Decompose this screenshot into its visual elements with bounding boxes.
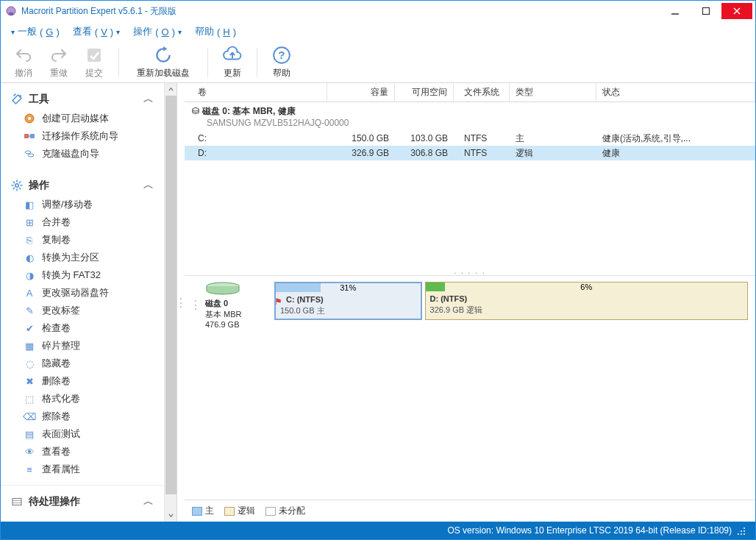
sidebar-op-item[interactable]: ⌫擦除卷: [1, 408, 164, 425]
svg-point-26: [743, 533, 745, 535]
hdd-icon: [205, 282, 240, 295]
op-icon: ≡: [23, 463, 36, 476]
maximize-button[interactable]: [691, 3, 721, 19]
op-icon: 👁: [23, 445, 36, 458]
menu-operations[interactable]: 操作(O)▾: [133, 25, 182, 38]
col-volume[interactable]: 卷: [185, 83, 327, 102]
svg-point-24: [738, 533, 739, 535]
diskmap-partition[interactable]: 31% ⚑ C: (NTFS) 150.0 GB 主: [274, 282, 422, 320]
legend: 主 逻辑 未分配: [185, 500, 755, 522]
status-grip-icon: [736, 525, 748, 536]
sidebar-op-item[interactable]: ▦碎片整理: [1, 337, 164, 355]
toolbar-separator: [118, 48, 119, 77]
reload-button[interactable]: 重新加载磁盘: [128, 45, 199, 79]
svg-point-16: [15, 184, 19, 188]
undo-button[interactable]: 撤消: [8, 45, 39, 79]
op-icon: ◌: [23, 357, 36, 370]
sidebar-item-clone-disk[interactable]: 克隆磁盘向导: [1, 145, 164, 163]
reload-icon: [153, 45, 174, 65]
op-icon: ◑: [23, 269, 36, 282]
sidebar-item-migrate-os[interactable]: 迁移操作系统向导: [1, 127, 164, 145]
commit-button[interactable]: 提交: [79, 45, 110, 79]
minimize-button[interactable]: [660, 3, 691, 19]
migrate-icon: [23, 129, 36, 143]
sidebar-op-item[interactable]: ✔检查卷: [1, 319, 164, 337]
svg-point-11: [28, 117, 31, 120]
col-free[interactable]: 可用空间: [395, 83, 454, 102]
op-icon: ✔: [23, 321, 36, 335]
toolbar: 撤消 重做 提交 重新加载磁盘 更新 ? 帮助: [1, 42, 755, 83]
op-icon: ▦: [23, 339, 36, 352]
toolbar-separator: [257, 48, 257, 77]
toolbar-separator: [207, 48, 208, 77]
op-icon: ▤: [23, 427, 36, 441]
sidebar-op-item[interactable]: A更改驱动器盘符: [1, 284, 164, 302]
diskmap-partition[interactable]: 6% D: (NTFS) 326.9 GB 逻辑: [425, 282, 748, 320]
redo-button[interactable]: 重做: [43, 45, 74, 79]
sidebar-op-item[interactable]: ⎘复制卷: [1, 231, 164, 249]
sidebar-op-item[interactable]: ◑转换为 FAT32: [1, 266, 164, 284]
statusbar: OS version: Windows 10 Enterprise LTSC 2…: [1, 522, 755, 539]
scroll-thumb[interactable]: [165, 96, 176, 494]
op-icon: A: [23, 286, 36, 299]
svg-point-15: [28, 154, 34, 157]
sidebar-group-tools[interactable]: 工具 ︿: [1, 89, 164, 110]
col-capacity[interactable]: 容量: [327, 83, 395, 102]
svg-point-14: [25, 151, 31, 154]
chevron-up-icon: ︿: [142, 179, 155, 192]
op-icon: ◧: [23, 198, 36, 211]
svg-rect-13: [30, 134, 35, 138]
menu-general[interactable]: ▾一般(G): [11, 25, 60, 38]
sidebar-op-item[interactable]: ✖删除卷: [1, 372, 164, 390]
disk-header-row[interactable]: ⛁磁盘 0: 基本 MBR, 健康 SAMSUNG MZVLB512HAJQ-0…: [185, 102, 755, 131]
sidebar-op-item[interactable]: ◌隐藏卷: [1, 355, 164, 372]
splitter-vertical[interactable]: ⋮: [177, 83, 185, 522]
scroll-up-button[interactable]: [165, 83, 177, 96]
close-button[interactable]: [721, 3, 752, 19]
window-title: Macrorit Partition Expert v5.6.1 - 无限版: [21, 5, 660, 18]
status-text: OS version: Windows 10 Enterprise LTSC 2…: [447, 525, 732, 536]
sidebar-item-bootable-media[interactable]: 创建可启动媒体: [1, 110, 164, 127]
sidebar-op-item[interactable]: ≡查看属性: [1, 461, 164, 478]
sidebar-op-item[interactable]: ◧调整/移动卷: [1, 196, 164, 213]
menu-help[interactable]: 帮助(H): [195, 25, 236, 38]
sidebar-op-item[interactable]: 👁查看卷: [1, 443, 164, 461]
splitter-horizontal[interactable]: . . . . .: [185, 268, 755, 275]
help-button[interactable]: ? 帮助: [266, 45, 297, 79]
col-status[interactable]: 状态: [596, 83, 755, 102]
app-icon: [5, 5, 17, 17]
disk-map: ⋮ 磁盘 0 基本 MBR 476.9 GB 31% ⚑ C: (NTFS) 1…: [185, 275, 755, 335]
redo-icon: [49, 45, 69, 65]
op-icon: ⬚: [23, 392, 36, 405]
svg-rect-6: [88, 49, 101, 62]
sidebar-group-pending[interactable]: 待处理操作 ︿: [1, 491, 164, 512]
col-fs[interactable]: 文件系统: [454, 83, 510, 102]
gear-icon: [10, 178, 24, 193]
op-icon: ⊞: [23, 216, 36, 229]
chevron-up-icon: ︿: [142, 495, 155, 508]
update-button[interactable]: 更新: [217, 45, 248, 79]
svg-point-23: [743, 530, 745, 532]
sidebar-op-item[interactable]: ✎更改标签: [1, 302, 164, 319]
col-type[interactable]: 类型: [510, 83, 596, 102]
partition-row[interactable]: D: 326.9 GB 306.8 GB NTFS 逻辑 健康: [185, 146, 755, 160]
sidebar-op-item[interactable]: ▤表面测试: [1, 425, 164, 443]
menubar: ▾一般(G) 查看(V)▾ 操作(O)▾ 帮助(H): [1, 21, 755, 42]
svg-rect-17: [13, 499, 21, 505]
svg-rect-1: [9, 13, 13, 15]
op-icon: ◐: [23, 251, 36, 264]
partition-row[interactable]: C: 150.0 GB 103.0 GB NTFS 主 健康(活动,系统,引导,…: [185, 131, 755, 146]
svg-point-25: [741, 533, 742, 535]
sidebar-op-item[interactable]: ⬚格式化卷: [1, 390, 164, 408]
menu-view[interactable]: 查看(V)▾: [73, 25, 120, 38]
sidebar-op-item[interactable]: ⊞合并卷: [1, 213, 164, 231]
diskmap-grip[interactable]: ⋮: [192, 282, 199, 329]
sidebar-group-operations[interactable]: 操作 ︿: [1, 175, 164, 196]
commit-icon: [84, 45, 104, 65]
scroll-down-button[interactable]: [165, 509, 177, 522]
chevron-up-icon: ︿: [142, 93, 155, 106]
sidebar-scrollbar[interactable]: [164, 83, 176, 522]
cloud-upload-icon: [222, 45, 243, 65]
grid-body: ⛁磁盘 0: 基本 MBR, 健康 SAMSUNG MZVLB512HAJQ-0…: [185, 102, 755, 268]
sidebar-op-item[interactable]: ◐转换为主分区: [1, 249, 164, 266]
